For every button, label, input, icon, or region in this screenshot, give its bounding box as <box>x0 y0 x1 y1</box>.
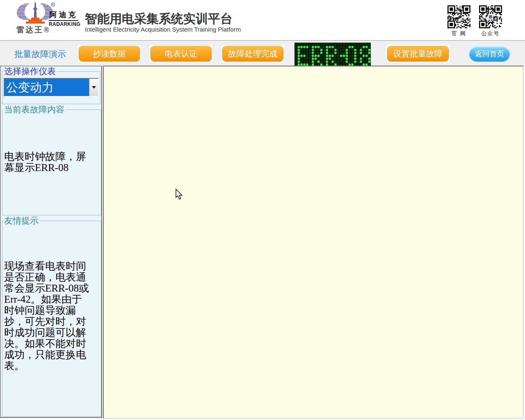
read-data-button[interactable]: 抄读数据 <box>79 46 140 62</box>
qr-website: 官 网 <box>447 5 471 37</box>
qr-wechat-label: 公众号 <box>479 30 502 37</box>
current-fault-group: 当前表故障内容 电表时钟故障，屏幕显示ERR-08 <box>2 105 101 215</box>
tips-text: 现场查看电表时间是否正确，电表通常会显示ERR-08或Err-42。如果由于时钟… <box>4 260 91 371</box>
sidebar: 选择操作仪表 公变动力 当前表故障内容 电表时钟故障，屏幕显示ERR-08 友情… <box>0 66 102 418</box>
fault-done-button[interactable]: 故障处理完成 <box>222 46 283 62</box>
brand-name-cn: 阿迪克 <box>49 10 78 20</box>
page-subtitle: Intelligent Electricity Acquisition Syst… <box>85 26 241 33</box>
back-home-button[interactable]: 返回首页 <box>469 46 510 62</box>
main-content-panel <box>103 66 524 419</box>
qr-website-label: 官 网 <box>447 30 471 37</box>
qr-wechat-image <box>479 5 502 28</box>
select-meter-group-title: 选择操作仪表 <box>3 67 57 76</box>
page-title: 智能用电采集系统实训平台 <box>85 11 233 27</box>
brand-divider <box>49 20 78 21</box>
logo-caption: 雷达王® <box>16 25 50 35</box>
qr-wechat: 公众号 <box>479 5 502 37</box>
app-header: R 雷达王® 阿迪克 RADARKING 智能用电采集系统实训平台 Intell… <box>0 0 525 40</box>
tips-group-title: 友情提示 <box>3 217 39 225</box>
led-error-display <box>294 43 371 66</box>
chevron-down-icon <box>92 86 96 89</box>
mode-label: 批量故障演示 <box>14 48 66 60</box>
svg-text:R: R <box>52 3 54 6</box>
brand-block: 阿迪克 RADARKING <box>49 10 78 27</box>
current-fault-group-title: 当前表故障内容 <box>3 105 65 114</box>
toolbar: 批量故障演示 抄读数据 电表认证 故障处理完成 设置批量故障 返回首页 <box>0 40 525 66</box>
current-fault-text: 电表时钟故障，屏幕显示ERR-08 <box>4 151 90 173</box>
brand-name-en: RADARKING <box>49 21 78 27</box>
meter-select-value: 公变动力 <box>5 79 89 96</box>
qr-website-image <box>447 5 470 28</box>
meter-select-dropdown-button[interactable] <box>89 79 98 96</box>
select-meter-group: 选择操作仪表 公变动力 <box>2 67 100 104</box>
set-batch-fault-button[interactable]: 设置批量故障 <box>387 46 449 62</box>
meter-select[interactable]: 公变动力 <box>4 78 99 97</box>
tips-group: 友情提示 现场查看电表时间是否正确，电表通常会显示ERR-08或Err-42。如… <box>2 217 101 417</box>
meter-auth-button[interactable]: 电表认证 <box>151 46 212 62</box>
